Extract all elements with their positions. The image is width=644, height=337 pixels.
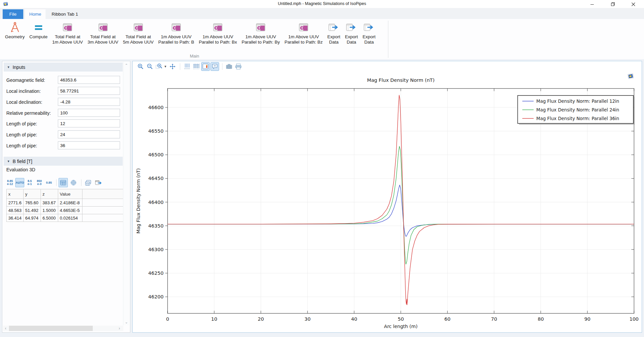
export-data-icon (346, 21, 357, 34)
table-row[interactable]: 48.56351.4921.50004.6653E-5 (7, 207, 129, 214)
sphere-plot-button[interactable] (69, 178, 78, 187)
ribbon-tab-bar: File Home Ribbon Tab 1 (0, 8, 644, 19)
legend-entry-label: Mag Flux Density Norm: Parallel 24in (536, 107, 619, 112)
parallel-path-bz-button[interactable]: 1m Above UUV Parallel to Path: Bz (282, 20, 325, 45)
table-header-row: x y z Value (7, 189, 129, 199)
total-field-3m-button[interactable]: Total Field at 3m Above UUV (85, 20, 120, 45)
evaluation-3d-label: Evaluation 3D (6, 167, 35, 172)
export-data-button-1[interactable]: Export Data (325, 20, 342, 45)
field-label: Relative permeability: (6, 110, 51, 116)
zoom-out-icon (147, 63, 153, 70)
parallel-path-by-button[interactable]: 1m Above UUV Parallel to Path: By (239, 20, 282, 45)
window-title: Untitled.mph - Magnetic Simulations of I… (0, 1, 644, 6)
parallel-path-b-button[interactable]: 1m Above UUV Parallel to Path: B (156, 20, 196, 45)
x-tick-label: 100 (629, 316, 639, 322)
axis-limits-button[interactable] (183, 62, 191, 71)
tab-file[interactable]: File (3, 9, 23, 19)
tooltip-toggle-button[interactable] (210, 62, 219, 71)
precision-0.85-button[interactable]: 0.85 (45, 178, 53, 187)
total-field-5m-button[interactable]: Total Field at 5m Above UUV (121, 20, 156, 45)
tab-ribbon-tab-1[interactable]: Ribbon Tab 1 (47, 9, 82, 19)
export-data-icon (328, 21, 339, 34)
collapse-triangle-icon: ▼ (7, 160, 10, 163)
restore-button[interactable] (605, 0, 620, 9)
geomagnetic-field-input[interactable] (58, 76, 120, 84)
bfield-section-header[interactable]: ▼ B field [T] (4, 157, 123, 166)
plot-window-icon (98, 21, 108, 34)
scroll-up-icon[interactable]: ⌃ (123, 63, 129, 68)
inputs-section-header[interactable]: ▼ Inputs (4, 63, 123, 72)
grid-button[interactable] (192, 62, 200, 71)
button-label: 1m Above UUV (52, 40, 83, 45)
zoom-in-button[interactable] (136, 62, 145, 71)
total-field-1m-button[interactable]: Total Field at 1m Above UUV (50, 20, 85, 45)
zoom-extents-icon (169, 63, 176, 70)
field-geomagnetic: Geomagnetic field: (2, 76, 124, 84)
col-header-y[interactable]: y (23, 189, 41, 199)
button-label: Parallel to Path: Bz (285, 40, 323, 45)
field-declination: Local declination: (2, 98, 124, 106)
relative-permeability-input[interactable] (58, 109, 120, 117)
zoom-extents-button[interactable] (168, 62, 177, 71)
pipe-length-36-input[interactable] (58, 141, 120, 149)
title-bar: Untitled.mph - Magnetic Simulations of I… (0, 0, 644, 8)
section-title: Inputs (13, 65, 25, 70)
tab-home[interactable]: Home (25, 9, 46, 19)
precision-8.5e-1-button[interactable]: 8.5 e-1 (25, 178, 34, 187)
color-legend-icon (202, 64, 208, 69)
zoom-box-button[interactable] (155, 62, 163, 71)
local-inclination-input[interactable] (58, 87, 120, 95)
export-data-button-3[interactable]: Export Data (360, 20, 378, 45)
settings-vertical-scrollbar[interactable]: ⌃ ⌄ (123, 62, 129, 325)
col-header-filler (82, 189, 128, 199)
evaluation-toolbar: 8.85 e-12 AUTO 8.5 e-1 850 e-3 0.85 (6, 178, 104, 188)
col-header-x[interactable]: x (7, 189, 24, 199)
scroll-down-icon[interactable]: ⌄ (123, 319, 129, 325)
parallel-path-bx-button[interactable]: 1m Above UUV Parallel to Path: Bx (196, 20, 239, 45)
x-tick-label: 0 (166, 316, 169, 322)
zoom-box-icon (156, 63, 162, 70)
print-button[interactable] (234, 62, 243, 71)
zoom-dropdown-caret-icon[interactable]: ▼ (164, 65, 167, 68)
button-label: Data (329, 40, 339, 45)
x-tick-label: 90 (584, 316, 590, 322)
table-view-button[interactable] (59, 178, 68, 187)
local-declination-input[interactable] (58, 98, 120, 106)
color-legend-toggle-button[interactable] (201, 62, 210, 71)
copy-table-button[interactable] (83, 178, 93, 187)
col-header-value[interactable]: Value (58, 189, 82, 199)
field-label: Geomagnetic field: (6, 78, 45, 83)
scroll-left-icon[interactable]: ‹ (3, 326, 8, 331)
button-label: Parallel to Path: By (242, 40, 280, 45)
precision-850e-3-button[interactable]: 850 e-3 (35, 178, 44, 187)
pipe-length-24-input[interactable] (58, 130, 120, 138)
scrollbar-thumb[interactable] (9, 326, 93, 331)
grid-icon (193, 63, 199, 70)
field-permeability: Relative permeability: (2, 109, 124, 117)
copy-table-icon (85, 180, 91, 186)
graphics-toolbar: ▼ (133, 61, 642, 72)
pipe-length-12-input[interactable] (58, 119, 120, 127)
settings-horizontal-scrollbar[interactable]: ‹ › (3, 326, 123, 331)
col-header-z[interactable]: z (41, 189, 58, 199)
export-table-button[interactable] (94, 178, 103, 187)
export-data-button-2[interactable]: Export Data (342, 20, 360, 45)
table-row[interactable]: 36.41464.9746.50000.026154 (7, 214, 129, 222)
geometry-button[interactable]: Geometry (3, 20, 27, 40)
line-chart[interactable]: 0102030405060708090100462004625046300463… (133, 72, 642, 332)
table-row[interactable]: 2771.6765.60383.672.4186E-8 (7, 199, 129, 207)
precision-8.85e-12-button[interactable]: 8.85 e-12 (6, 178, 14, 187)
y-tick-label: 46350 (148, 223, 164, 229)
snapshot-button[interactable] (225, 62, 233, 71)
close-button[interactable] (626, 0, 641, 9)
minimize-button[interactable] (584, 0, 600, 9)
zoom-out-button[interactable] (145, 62, 154, 71)
scroll-right-icon[interactable]: › (117, 326, 122, 331)
toolbar-separator (81, 179, 81, 186)
toolbar-separator (222, 63, 222, 70)
compute-button[interactable]: Compute (27, 20, 50, 40)
field-label: Local inclination: (6, 88, 41, 94)
legend-entry-label: Mag Flux Density Norm: Parallel 12in (536, 98, 619, 104)
undock-window-icon[interactable] (627, 73, 635, 80)
precision-auto-button[interactable]: AUTO (15, 178, 24, 187)
